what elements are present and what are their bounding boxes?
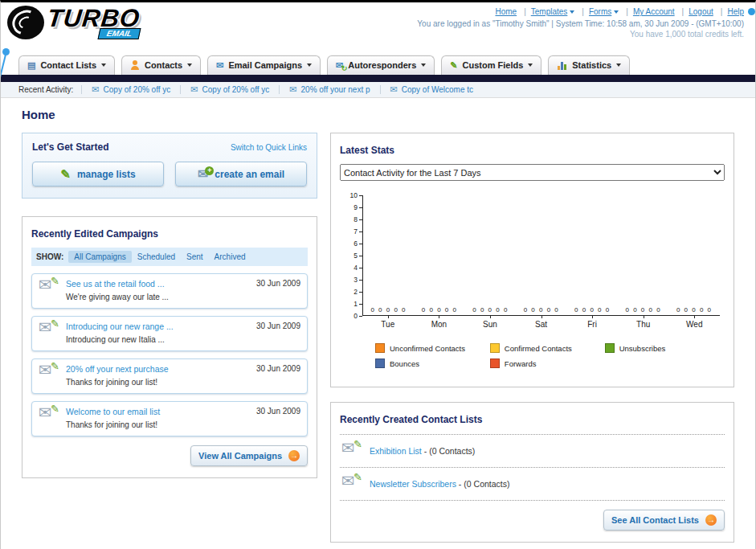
pencil-icon: [353, 472, 362, 482]
legend-swatch: [375, 343, 385, 353]
contact-lists-icon: [27, 61, 35, 70]
campaign-subtitle: We're giving away our late ...: [66, 293, 169, 301]
top-link-logout[interactable]: Logout: [689, 7, 727, 16]
contact-list-row[interactable]: Newsletter Subscribers - (0 Contacts): [340, 468, 725, 501]
contact-list-link[interactable]: Newsletter Subscribers: [370, 479, 456, 489]
campaign-title-link[interactable]: See us at the retail food ...: [66, 279, 250, 289]
top-link-help[interactable]: Help: [727, 7, 744, 16]
latest-stats-panel: Latest Stats Contact Activity for the La…: [330, 133, 734, 387]
campaign-subtitle: Thanks for joining our list!: [66, 378, 157, 387]
create-email-button[interactable]: create an email: [175, 162, 307, 186]
statistics-icon: [557, 60, 567, 70]
campaign-row[interactable]: Welcome to our email list Thanks for joi…: [31, 401, 308, 436]
mail-pencil-icon: [39, 279, 59, 297]
chart-x-label: Sun: [464, 316, 516, 329]
legend-item: Confirmed Contacts: [490, 343, 605, 353]
left-column: Let's Get Started Switch to Quick Links …: [22, 133, 317, 478]
nav-tab-custom-fields[interactable]: Custom Fields: [441, 55, 541, 75]
nav-tab-contacts[interactable]: Contacts: [121, 55, 201, 75]
autoresponders-icon: [336, 61, 343, 70]
campaign-row[interactable]: Introducing our new range ... Introducin…: [31, 316, 308, 351]
top-link-templates[interactable]: Templates: [531, 7, 589, 16]
recent-activity-item[interactable]: 20% off your next p: [279, 85, 379, 94]
create-email-label: create an email: [215, 169, 284, 180]
legend-label: Forwards: [505, 359, 537, 368]
page-title: Home: [22, 108, 734, 121]
legend-swatch: [490, 343, 500, 353]
recent-activity-link: Copy of 20% off yc: [104, 85, 171, 94]
pencil-icon: [51, 361, 59, 371]
pencil-icon: [60, 168, 71, 180]
email-campaigns-icon: [216, 61, 223, 70]
legend-swatch: [605, 343, 615, 353]
chevron-down-icon: [614, 10, 619, 14]
pencil-icon: [51, 404, 59, 414]
top-link-home[interactable]: Home: [495, 7, 530, 16]
recent-activity-item[interactable]: Copy of 20% off yc: [81, 85, 180, 94]
view-all-campaigns-button[interactable]: View All Campaigns: [190, 445, 308, 466]
mail-pencil-icon: [39, 322, 59, 339]
nav-tab-autoresponders[interactable]: Autoresponders: [327, 55, 435, 75]
chevron-down-icon: [421, 64, 426, 67]
chevron-down-icon: [187, 64, 192, 67]
contact-list-row[interactable]: Exhibition List - (0 Contacts): [340, 435, 725, 468]
campaign-subtitle: Introducing our new Italia ...: [66, 335, 165, 344]
filter-scheduled[interactable]: Scheduled: [132, 251, 181, 263]
top-link-label: Help: [727, 7, 744, 16]
filter-archived[interactable]: Archived: [209, 251, 251, 263]
chart-value-labels: 0 0 0 0 0: [516, 306, 566, 315]
pencil-icon: [51, 318, 59, 329]
legend-label: Unsubscribes: [619, 344, 666, 353]
nav-tab-email-campaigns[interactable]: Email Campaigns: [207, 55, 321, 75]
top-link-label: Templates: [531, 7, 568, 16]
legend-item: Forwards: [490, 358, 605, 368]
recent-activity-bar: Recent Activity: Copy of 20% off yc Copy…: [1, 82, 755, 98]
pencil-icon: [51, 276, 59, 286]
contact-list-link[interactable]: Exhibition List: [370, 446, 422, 456]
envelope-icon: [390, 85, 398, 94]
nav-tab-statistics[interactable]: Statistics: [548, 55, 630, 75]
manage-lists-button[interactable]: manage lists: [32, 162, 164, 186]
contact-activity-chart: 109876543210 0 0 0 0 00 0 0 0 00 0 0 0 0…: [348, 195, 720, 374]
nav-tab-label: Email Campaigns: [228, 60, 302, 70]
top-link-label: Forms: [589, 7, 611, 16]
chart-group: 0 0 0 0 0: [618, 306, 668, 315]
chart-value-labels: 0 0 0 0 0: [669, 306, 720, 315]
recent-activity-item[interactable]: Copy of 20% off yc: [180, 85, 279, 94]
mail-pencil-icon: [341, 475, 362, 493]
top-link-label: Logout: [689, 7, 713, 16]
chart-legend: Unconfirmed ContactsConfirmed ContactsUn…: [375, 343, 720, 374]
app-window: TURBO EMAIL Home Templates Forms: [0, 0, 756, 549]
stats-period-select[interactable]: Contact Activity for the Last 7 Days: [340, 164, 725, 181]
app-logo[interactable]: TURBO EMAIL: [7, 6, 140, 39]
nav-tab-label: Custom Fields: [462, 60, 523, 70]
contact-lists-panel: Recently Created Contact Lists Exhibitio…: [330, 402, 734, 543]
contact-list-count: (0 Contacts): [464, 479, 509, 489]
recent-activity-item[interactable]: Copy of Welcome tc: [380, 85, 484, 94]
logo-email-text: EMAIL: [98, 28, 141, 39]
contacts-icon: [130, 60, 140, 70]
main-nav: Contact Lists Contacts Email Campaigns A…: [1, 52, 755, 75]
envelope-icon: [190, 85, 198, 94]
campaign-row[interactable]: 20% off your next purchase Thanks for jo…: [31, 358, 308, 394]
campaign-row[interactable]: See us at the retail food ... We're givi…: [31, 273, 308, 309]
top-link-forms[interactable]: Forms: [589, 7, 633, 16]
legend-swatch: [375, 358, 385, 368]
chart-value-labels: 0 0 0 0 0: [414, 306, 464, 315]
chart-value-labels: 0 0 0 0 0: [465, 306, 516, 315]
see-all-contact-lists-button[interactable]: See All Contact Lists: [603, 510, 725, 531]
campaign-title-link[interactable]: 20% off your next purchase: [66, 364, 250, 374]
campaign-title-link[interactable]: Introducing our new range ...: [66, 322, 250, 331]
top-link-my-account[interactable]: My Account: [633, 7, 689, 16]
chart-value-labels: 0 0 0 0 0: [567, 306, 618, 315]
chart-x-labels: TueMonSunSatFriThuWed: [362, 316, 720, 329]
header-right: Home Templates Forms My Account Logout: [417, 7, 744, 39]
nav-tab-contact-lists[interactable]: Contact Lists: [18, 55, 115, 75]
separator: -: [422, 446, 429, 456]
campaign-title-link[interactable]: Welcome to our email list: [66, 407, 250, 416]
legend-label: Unconfirmed Contacts: [390, 344, 465, 353]
filter-sent[interactable]: Sent: [181, 251, 209, 263]
envelope-icon: [92, 85, 99, 94]
switch-quick-links-link[interactable]: Switch to Quick Links: [231, 143, 307, 152]
filter-all-campaigns[interactable]: All Campaigns: [68, 251, 131, 263]
